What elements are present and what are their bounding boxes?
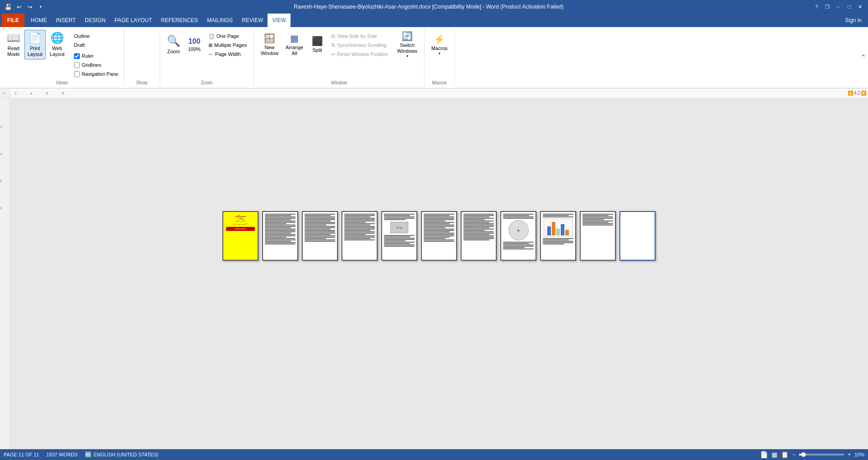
outline-check[interactable]: Outline — [72, 32, 120, 41]
menu-item-view[interactable]: VIEW — [268, 14, 291, 27]
views-content: 📖 ReadMode 📄 PrintLayout 🌐 WebLayout Out… — [4, 30, 120, 78]
page-thumbnail-4[interactable] — [342, 211, 378, 261]
scroll-page-num: 4 — [854, 91, 857, 96]
page-thumbnail-5[interactable]: img — [381, 211, 417, 261]
vruler-mark-6: 6 — [0, 179, 2, 183]
sync-scrolling-icon: ⇅ — [331, 42, 335, 48]
close-button[interactable]: ✕ — [855, 3, 864, 10]
page-4-content — [342, 212, 377, 260]
menu-item-file[interactable]: FILE — [2, 14, 24, 27]
page-2-content — [263, 212, 297, 260]
scroll-page-of: 2 — [857, 91, 860, 96]
one-page-button[interactable]: 📋 One Page — [205, 32, 250, 41]
window-controls: ? ❐ − □ ✕ — [812, 3, 864, 10]
scroll-controls: 🔼 4 2 🔽 — [848, 88, 868, 98]
zoom-in-icon[interactable]: + — [848, 451, 851, 458]
new-window-button[interactable]: 🪟 NewWindow — [258, 30, 282, 60]
view-side-by-side-button[interactable]: ⊟ View Side by Side — [328, 32, 391, 41]
one-page-icon: 📋 — [208, 33, 215, 39]
undo-icon[interactable]: ↩ — [14, 2, 23, 11]
maximize-button[interactable]: □ — [845, 3, 854, 10]
redo-icon[interactable]: ↪ — [25, 2, 34, 11]
page-3-content — [303, 212, 337, 260]
zoom-slider[interactable] — [799, 454, 844, 455]
zoom-level-label[interactable]: 10% — [854, 452, 864, 457]
menu-item-review[interactable]: REVIEW — [237, 14, 268, 27]
web-layout-icon: 🌐 — [51, 32, 64, 45]
arrange-all-button[interactable]: ▦ ArrangeAll — [282, 30, 306, 60]
view-normal-icon[interactable]: 📄 — [760, 451, 768, 458]
menu-item-pagelayout[interactable]: PAGE LAYOUT — [110, 14, 157, 27]
page-10-content — [581, 212, 615, 260]
split-icon: ⬛ — [312, 36, 323, 46]
macros-button[interactable]: ⚡ Macros ▾ — [428, 30, 451, 60]
menu-item-home[interactable]: HOME — [26, 14, 51, 27]
page-thumbnail-3[interactable] — [302, 211, 338, 261]
gridlines-checkbox[interactable] — [74, 62, 80, 68]
page-thumbnail-11[interactable] — [619, 211, 656, 261]
save-icon[interactable]: 💾 — [4, 2, 13, 11]
zoom-button[interactable]: 🔍 Zoom — [164, 30, 184, 60]
menu-item-references[interactable]: REFERENCES — [157, 14, 203, 27]
page-thumbnail-1[interactable]: تحقیق آنلاین تابلوبلاگ بالاترین دانلود ب… — [222, 211, 259, 261]
vertical-ruler: 2 4 6 8 — [0, 98, 10, 449]
page-8-content: ◉ — [501, 212, 536, 260]
help-button[interactable]: ? — [812, 3, 821, 10]
ruler-check[interactable]: Ruler — [72, 51, 120, 60]
split-button[interactable]: ⬛ Split — [307, 30, 327, 60]
view-layout-icon[interactable]: ▦ — [771, 451, 777, 458]
page-thumbnail-2[interactable] — [262, 211, 298, 261]
page-9-chart — [544, 219, 573, 237]
zoom-out-icon[interactable]: − — [792, 451, 795, 458]
menu-item-mailings[interactable]: MAILINGS — [203, 14, 237, 27]
scroll-up-icon[interactable]: 🔼 — [848, 91, 853, 96]
sign-in-button[interactable]: Sign in — [840, 15, 866, 25]
menu-item-design[interactable]: DESIGN — [80, 14, 110, 27]
page-1-content: تحقیق آنلاین تابلوبلاگ بالاترین دانلود ب… — [223, 212, 258, 260]
draft-check[interactable]: Draft — [72, 41, 120, 50]
language-label: ENGLISH (UNITED STATES) — [93, 452, 158, 457]
ruler-checkbox[interactable] — [74, 53, 80, 59]
nav-pane-checkbox[interactable] — [74, 71, 80, 77]
reset-window-button[interactable]: ↩ Reset Window Position — [328, 50, 391, 59]
document-area: 2 4 6 8 تحقیق آنلاین تابلوبلاگ بالاترین … — [0, 98, 868, 449]
macros-label: Macros — [432, 78, 447, 85]
status-bar: PAGE 11 OF 11 1937 WORDS 🔤 ENGLISH (UNIT… — [0, 449, 868, 460]
zoom-slider-thumb[interactable] — [801, 452, 806, 457]
page-8-image: ◉ — [508, 220, 529, 240]
switch-windows-button[interactable]: 🔄 SwitchWindows ▾ — [394, 30, 420, 60]
scroll-down-icon[interactable]: 🔽 — [861, 91, 866, 96]
page-thumbnail-8[interactable]: ◉ — [500, 211, 536, 261]
restore-button[interactable]: ❐ — [823, 3, 832, 10]
title-bar: 💾 ↩ ↪ ▾ Ravesh-Haye-Shenasaee-Biyolozhik… — [0, 0, 868, 14]
view-page-icon[interactable]: 📋 — [781, 451, 789, 458]
ribbon-collapse-icon[interactable]: ⌃ — [860, 53, 866, 62]
page-width-button[interactable]: ↔ Page Width — [205, 50, 250, 59]
canvas-area[interactable]: تحقیق آنلاین تابلوبلاگ بالاترین دانلود ب… — [10, 98, 868, 449]
page-thumbnail-6[interactable] — [421, 211, 457, 261]
window-content: 🪟 NewWindow ▦ ArrangeAll ⬛ Split ⊟ View … — [258, 30, 420, 78]
word-count: 1937 WORDS — [46, 452, 78, 457]
navigation-pane-check[interactable]: Navigation Pane — [72, 69, 120, 78]
zoom-100-button[interactable]: 100 100% — [185, 30, 204, 60]
page-count-label: PAGE 11 OF 11 — [4, 452, 39, 457]
gridlines-check[interactable]: Gridlines — [72, 60, 120, 69]
minimize-button[interactable]: − — [834, 3, 843, 10]
page-thumbnail-10[interactable] — [580, 211, 616, 261]
page-5-content: img — [382, 212, 416, 260]
read-mode-button[interactable]: 📖 ReadMode — [4, 30, 23, 60]
ribbon-group-zoom: 🔍 Zoom 100 100% 📋 One Page ⊞ Multiple Pa… — [160, 29, 254, 86]
sync-scrolling-button[interactable]: ⇅ Synchronous Scrolling — [328, 41, 391, 50]
macros-content: ⚡ Macros ▾ — [428, 30, 451, 78]
page-9-content — [541, 212, 575, 260]
language-indicator[interactable]: 🔤 ENGLISH (UNITED STATES) — [85, 451, 158, 458]
multiple-pages-button[interactable]: ⊞ Multiple Pages — [205, 41, 250, 50]
ribbon-group-views: 📖 ReadMode 📄 PrintLayout 🌐 WebLayout Out… — [0, 29, 124, 86]
print-layout-button[interactable]: 📄 PrintLayout — [24, 30, 46, 60]
page-thumbnail-9[interactable] — [540, 211, 576, 261]
language-icon: 🔤 — [85, 451, 92, 458]
web-layout-button[interactable]: 🌐 WebLayout — [46, 30, 68, 60]
page-thumbnail-7[interactable] — [461, 211, 497, 261]
menu-item-insert[interactable]: INSERT — [51, 14, 80, 27]
customize-icon[interactable]: ▾ — [36, 2, 45, 11]
